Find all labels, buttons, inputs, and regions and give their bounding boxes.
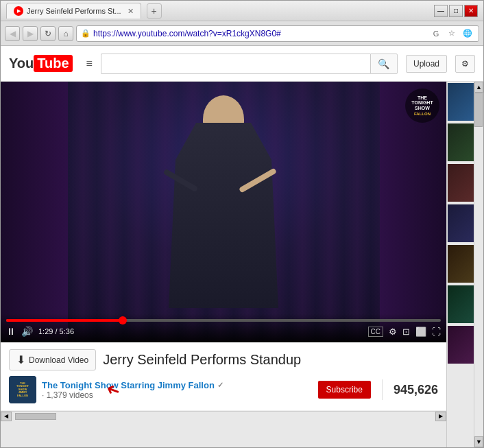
youtube-header: YouTube ≡ 🔍 Upload ⚙ bbox=[1, 46, 483, 82]
video-title-row: ⬇ Download Video Jerry Seinfeld Performs… bbox=[9, 349, 438, 370]
scroll-track[interactable] bbox=[12, 412, 435, 421]
cc-button[interactable]: CC bbox=[368, 327, 383, 337]
channel-logo-text: THETONIGHTSHOWJIMMYFALLON bbox=[16, 382, 29, 397]
curtain-left bbox=[1, 82, 68, 342]
progress-bar[interactable] bbox=[6, 319, 441, 322]
title-bar-left: Jerry Seinfeld Performs St... ✕ + bbox=[6, 3, 434, 19]
tab-title: Jerry Seinfeld Performs St... bbox=[27, 7, 121, 15]
scroll-up-button[interactable]: ▲ bbox=[474, 82, 483, 93]
verified-icon: ✓ bbox=[217, 381, 223, 390]
address-bar-actions: G ☆ 🌐 bbox=[429, 27, 474, 40]
new-tab-btn[interactable]: + bbox=[147, 3, 162, 19]
channel-logo: THETONIGHTSHOWJIMMYFALLON bbox=[9, 376, 36, 403]
window-controls: — □ ✕ bbox=[434, 5, 478, 17]
total-time: 5:36 bbox=[60, 327, 74, 335]
search-button[interactable]: 🔍 bbox=[370, 54, 398, 74]
home-button[interactable]: ⌂ bbox=[58, 26, 73, 41]
related-video-4[interactable] bbox=[448, 204, 474, 242]
hamburger-menu-icon[interactable]: ≡ bbox=[86, 58, 93, 70]
time-display: 1:29 / 5:36 bbox=[38, 327, 74, 335]
scroll-down-button[interactable]: ▼ bbox=[474, 436, 483, 447]
globe-icon[interactable]: 🌐 bbox=[461, 27, 474, 40]
search-bar: 🔍 bbox=[101, 54, 398, 74]
scroll-left-button[interactable]: ◀ bbox=[1, 412, 12, 421]
vertical-scrollbar: ▲ ▼ bbox=[474, 82, 483, 447]
channel-stats: · 1,379 videos bbox=[42, 390, 313, 400]
youtube-logo[interactable]: YouTube bbox=[9, 55, 73, 72]
navigation-bar: ◀ ▶ ↻ ⌂ 🔒 https://www.youtube.com/watch?… bbox=[1, 21, 483, 46]
video-section: THETONIGHTSHOWFALLON ⏸ 🔊 1:29 bbox=[1, 82, 446, 447]
settings-icon[interactable]: ⚙ bbox=[389, 327, 397, 337]
controls-row: ⏸ 🔊 1:29 / 5:36 CC ⚙ ⊡ ⬜ ⛶ bbox=[6, 326, 441, 337]
channel-name-link[interactable]: The Tonight Show Starring Jimmy Fallon ✓ bbox=[42, 380, 313, 390]
download-icon: ⬇ bbox=[16, 353, 25, 366]
views-section: 945,626 bbox=[394, 383, 438, 397]
related-video-2[interactable] bbox=[448, 123, 474, 161]
related-video-6[interactable] bbox=[448, 285, 474, 323]
progress-thumb bbox=[119, 316, 127, 325]
related-videos-sidebar bbox=[446, 82, 474, 447]
youtube-favicon bbox=[14, 6, 23, 16]
nbc-badge: THETONIGHTSHOWFALLON bbox=[405, 89, 439, 123]
progress-fill bbox=[6, 319, 123, 322]
google-icon[interactable]: G bbox=[429, 27, 443, 40]
related-video-7[interactable] bbox=[448, 326, 474, 364]
upload-button[interactable]: Upload bbox=[406, 55, 447, 73]
video-controls: ⏸ 🔊 1:29 / 5:36 CC ⚙ ⊡ ⬜ ⛶ bbox=[1, 314, 446, 342]
video-title: Jerry Seinfeld Performs Standup bbox=[103, 352, 301, 368]
download-video-button[interactable]: ⬇ Download Video bbox=[9, 349, 96, 370]
lock-icon: 🔒 bbox=[81, 29, 90, 38]
close-button[interactable]: ✕ bbox=[464, 5, 478, 17]
curtain-right bbox=[380, 82, 447, 342]
download-button-label: Download Video bbox=[29, 355, 88, 365]
horizontal-scrollbar: ◀ ▶ bbox=[1, 411, 446, 421]
video-frame: THETONIGHTSHOWFALLON bbox=[1, 82, 446, 342]
performer-figure bbox=[155, 123, 292, 308]
subscribe-button[interactable]: Subscribe bbox=[318, 381, 371, 399]
nbc-logo-text: THETONIGHTSHOWFALLON bbox=[411, 95, 433, 117]
volume-button[interactable]: 🔊 bbox=[21, 326, 33, 337]
related-video-3[interactable] bbox=[448, 164, 474, 202]
related-video-1[interactable] bbox=[448, 83, 474, 121]
star-icon[interactable]: ☆ bbox=[445, 27, 459, 40]
logo-tube: Tube bbox=[34, 55, 72, 72]
address-bar[interactable]: 🔒 https://www.youtube.com/watch?v=xR1ckg… bbox=[76, 25, 479, 42]
forward-button[interactable]: ▶ bbox=[23, 26, 38, 41]
scroll-thumb-vertical[interactable] bbox=[474, 93, 483, 127]
scroll-thumb[interactable] bbox=[15, 413, 56, 420]
title-bar: Jerry Seinfeld Performs St... ✕ + — □ ✕ bbox=[1, 1, 483, 21]
settings-button[interactable]: ⚙ bbox=[455, 55, 475, 73]
channel-thumbnail[interactable]: THETONIGHTSHOWJIMMYFALLON bbox=[9, 376, 36, 403]
related-video-5[interactable] bbox=[448, 245, 474, 283]
minimize-button[interactable]: — bbox=[434, 5, 448, 17]
scroll-right-button[interactable]: ▶ bbox=[435, 412, 446, 421]
browser-window: Jerry Seinfeld Performs St... ✕ + — □ ✕ … bbox=[0, 0, 484, 448]
video-player[interactable]: THETONIGHTSHOWFALLON ⏸ 🔊 1:29 bbox=[1, 82, 446, 342]
search-input[interactable] bbox=[101, 54, 370, 74]
channel-name-text: The Tonight Show Starring Jimmy Fallon bbox=[42, 380, 215, 390]
url-text: https://www.youtube.com/watch?v=xR1ckgXN… bbox=[93, 29, 426, 38]
view-count: 945,626 bbox=[394, 383, 438, 397]
separator: · bbox=[42, 390, 47, 400]
active-tab[interactable]: Jerry Seinfeld Performs St... ✕ bbox=[6, 3, 141, 19]
back-button[interactable]: ◀ bbox=[5, 26, 20, 41]
current-time: 1:29 bbox=[38, 327, 53, 335]
maximize-button[interactable]: □ bbox=[449, 5, 463, 17]
play-pause-button[interactable]: ⏸ bbox=[6, 326, 16, 337]
below-video: ⬇ Download Video Jerry Seinfeld Performs… bbox=[1, 342, 446, 411]
refresh-button[interactable]: ↻ bbox=[40, 26, 56, 41]
video-count: 1,379 videos bbox=[47, 390, 93, 400]
channel-info: The Tonight Show Starring Jimmy Fallon ✓… bbox=[42, 380, 313, 400]
views-divider bbox=[382, 379, 383, 400]
fullscreen-button[interactable]: ⛶ bbox=[432, 327, 441, 337]
theater-mode-icon[interactable]: ⬜ bbox=[415, 327, 426, 337]
scroll-track-vertical[interactable] bbox=[474, 93, 483, 436]
logo-you: You bbox=[9, 56, 34, 71]
miniplayer-icon[interactable]: ⊡ bbox=[402, 327, 410, 337]
channel-row: THETONIGHTSHOWJIMMYFALLON The Tonight Sh… bbox=[9, 376, 438, 403]
search-icon: 🔍 bbox=[378, 58, 389, 69]
main-content: THETONIGHTSHOWFALLON ⏸ 🔊 1:29 bbox=[1, 82, 483, 447]
person-body bbox=[155, 123, 292, 308]
tab-close-btn[interactable]: ✕ bbox=[128, 7, 134, 16]
